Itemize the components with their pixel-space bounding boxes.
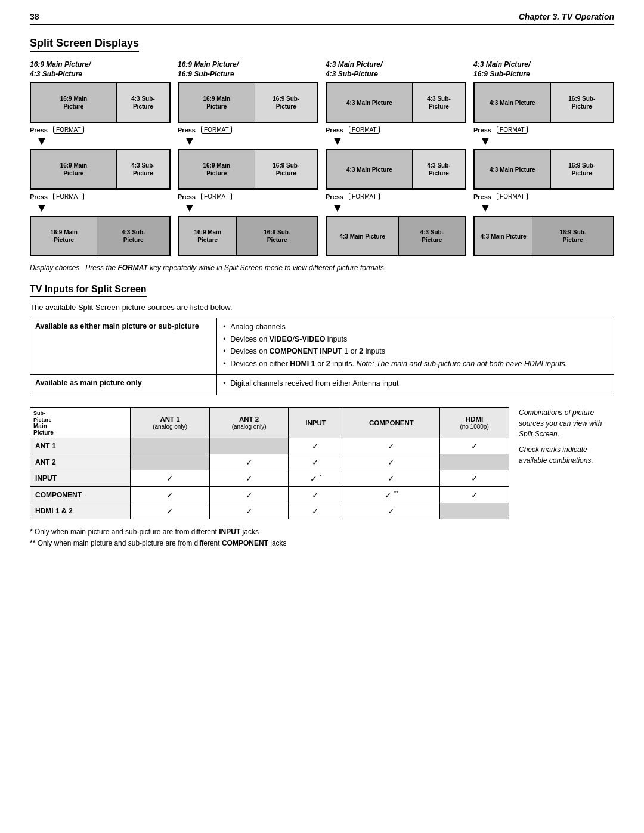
tv-sub-panel: 16:9 Sub-Picture (551, 150, 613, 188)
compat-row-2: INPUT✓✓✓ *✓✓ (30, 470, 509, 487)
tv-box-3-1: 4:3 Main Picture16:9 Sub-Picture (473, 149, 614, 190)
col-header-3: COMPONENT (343, 407, 440, 438)
compat-row-label: COMPONENT (30, 487, 131, 503)
source-item: Devices on VIDEO/S-VIDEO inputs (222, 335, 609, 345)
press-format-1-0: Press FORMAT (178, 126, 232, 134)
diagram-column-3: 4:3 Main Picture/16:9 Sub-Picture4:3 Mai… (473, 60, 614, 256)
arrow-3-1: ▼ (479, 202, 491, 213)
tv-inputs-title: TV Inputs for Split Screen (30, 284, 147, 297)
sources-table: Available as either main picture or sub-… (30, 318, 614, 395)
source-label: Available as main picture only (30, 375, 217, 395)
compat-note: Check marks indicate available combinati… (519, 444, 614, 466)
compat-row-4: HDMI 1 & 2✓✓✓✓ (30, 503, 509, 519)
compat-cell-2-4: ✓ (440, 470, 509, 487)
source-item: Analog channels (222, 322, 609, 333)
tv-box-2-2: 4:3 Main Picture4:3 Sub-Picture (326, 216, 466, 256)
tv-box-3-2: 4:3 Main Picture16:9 Sub-Picture (473, 216, 614, 256)
tv-sub-panel: 16:9 Sub-Picture (255, 150, 317, 188)
arrow-3-0: ▼ (479, 135, 491, 147)
tv-main-panel: 4:3 Main Picture (475, 83, 551, 122)
compat-cell-1-1: ✓ (209, 454, 289, 470)
tv-sub-panel: 4:3 Sub-Picture (413, 150, 465, 188)
tv-main-panel: 4:3 Main Picture (475, 217, 532, 255)
page-number: 38 (30, 12, 39, 21)
tv-main-panel: 16:9 MainPicture (31, 217, 97, 255)
tv-box-0-2: 16:9 MainPicture4:3 Sub-Picture (30, 216, 171, 256)
compat-row-label: ANT 1 (30, 438, 131, 454)
tv-box-2-1: 4:3 Main Picture4:3 Sub-Picture (326, 149, 466, 190)
compat-table: Sub-PictureMainPictureANT 1(analog only)… (30, 407, 509, 519)
compat-cell-3-0: ✓ (131, 487, 210, 503)
tv-box-1-1: 16:9 MainPicture16:9 Sub-Picture (178, 149, 318, 190)
compat-cell-1-4 (440, 454, 509, 470)
tv-main-panel: 4:3 Main Picture (327, 150, 413, 188)
press-format-0-0: Press FORMAT (30, 126, 84, 134)
col-header-2: INPUT (289, 407, 343, 438)
diagrams-grid: 16:9 Main Picture/4:3 Sub-Picture16:9 Ma… (30, 60, 614, 256)
tv-sub-panel: 4:3 Sub-Picture (117, 150, 169, 188)
source-item: Digital channels received from either An… (222, 379, 609, 389)
tv-box-1-0: 16:9 MainPicture16:9 Sub-Picture (178, 82, 318, 123)
diagram-label-3: 4:3 Main Picture/16:9 Sub-Picture (473, 60, 530, 79)
tv-sub-panel: 16:9 Sub-Picture (551, 83, 613, 122)
tv-main-panel: 16:9 MainPicture (179, 150, 255, 188)
compat-cell-2-3: ✓ (343, 470, 440, 487)
tv-box-3-0: 4:3 Main Picture16:9 Sub-Picture (473, 82, 614, 123)
compat-cell-3-3: ✓ ** (343, 487, 440, 503)
arrow-1-1: ▼ (184, 202, 196, 213)
tv-inputs-intro: The available Split Screen picture sourc… (30, 303, 614, 312)
tv-box-0-1: 16:9 MainPicture4:3 Sub-Picture (30, 149, 171, 190)
arrow-0-0: ▼ (36, 135, 48, 147)
tv-inputs-section: TV Inputs for Split Screen The available… (30, 284, 614, 549)
compat-cell-0-0 (131, 438, 210, 454)
tv-main-panel: 4:3 Main Picture (327, 83, 413, 122)
compat-cell-1-2: ✓ (289, 454, 343, 470)
split-screen-section: Split Screen Displays 16:9 Main Picture/… (30, 37, 614, 273)
compat-cell-3-1: ✓ (209, 487, 289, 503)
compat-cell-1-3: ✓ (343, 454, 440, 470)
col-header-1: ANT 2(analog only) (209, 407, 289, 438)
compat-cell-2-0: ✓ (131, 470, 210, 487)
diagram-column-2: 4:3 Main Picture/4:3 Sub-Picture4:3 Main… (326, 60, 466, 256)
split-screen-caption: Display choices. Press the FORMAT key re… (30, 262, 614, 273)
tv-sub-panel: 16:9 Sub-Picture (532, 217, 613, 255)
source-row-0: Available as either main picture or sub-… (30, 318, 614, 375)
footnote: * Only when main picture and sub-picture… (30, 527, 614, 538)
press-format-3-1: Press FORMAT (473, 193, 528, 200)
tv-box-2-0: 4:3 Main Picture4:3 Sub-Picture (326, 82, 466, 123)
tv-sub-panel: 16:9 Sub-Picture (255, 83, 317, 122)
tv-box-1-2: 16:9 MainPicture16:9 Sub-Picture (178, 216, 318, 256)
compat-notes: Combinations of picture sources you can … (519, 407, 614, 470)
tv-main-panel: 16:9 MainPicture (179, 217, 237, 255)
source-label: Available as either main picture or sub-… (30, 318, 217, 375)
tv-sub-panel: 16:9 Sub-Picture (237, 217, 317, 255)
arrow-0-1: ▼ (36, 202, 48, 213)
compat-cell-2-1: ✓ (209, 470, 289, 487)
tv-main-panel: 4:3 Main Picture (475, 150, 551, 188)
compat-note: Combinations of picture sources you can … (519, 407, 614, 439)
compat-cell-4-3: ✓ (343, 503, 440, 519)
chapter-title: Chapter 3. TV Operation (519, 12, 614, 21)
tv-main-panel: 16:9 MainPicture (179, 83, 255, 122)
diagram-label-1: 16:9 Main Picture/16:9 Sub-Picture (178, 60, 239, 79)
tv-main-panel: 16:9 MainPicture (31, 83, 117, 122)
tv-sub-panel: 4:3 Sub-Picture (413, 83, 465, 122)
press-format-2-0: Press FORMAT (326, 126, 380, 134)
compat-cell-0-2: ✓ (289, 438, 343, 454)
compat-wrapper: Sub-PictureMainPictureANT 1(analog only)… (30, 407, 614, 519)
source-row-1: Available as main picture onlyDigital ch… (30, 375, 614, 395)
source-item: Devices on either HDMI 1 or 2 inputs. No… (222, 359, 609, 370)
col-header-0: ANT 1(analog only) (131, 407, 210, 438)
diagram-label-2: 4:3 Main Picture/4:3 Sub-Picture (326, 60, 382, 79)
compat-cell-0-3: ✓ (343, 438, 440, 454)
compat-row-label: HDMI 1 & 2 (30, 503, 131, 519)
press-format-1-1: Press FORMAT (178, 193, 232, 200)
corner-cell: Sub-PictureMainPicture (30, 407, 131, 438)
split-screen-title: Split Screen Displays (30, 37, 139, 52)
source-items: Analog channelsDevices on VIDEO/S-VIDEO … (217, 318, 614, 375)
source-item: Devices on COMPONENT INPUT 1 or 2 inputs (222, 346, 609, 357)
page-header: 38 Chapter 3. TV Operation (30, 12, 614, 25)
compat-cell-0-1 (209, 438, 289, 454)
compat-row-3: COMPONENT✓✓✓✓ **✓ (30, 487, 509, 503)
compat-cell-4-0: ✓ (131, 503, 210, 519)
